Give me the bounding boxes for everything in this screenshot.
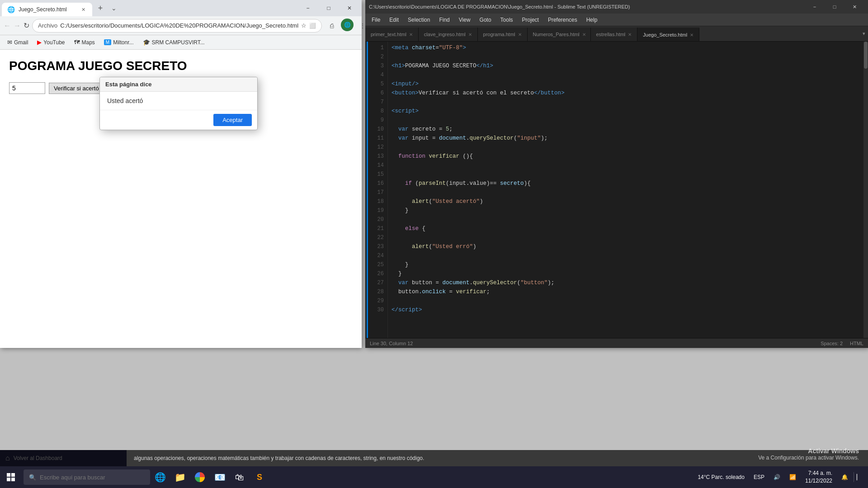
- verify-button[interactable]: Verificar si acertó: [49, 83, 104, 94]
- bookmark-gmail-label: Gmail: [14, 39, 28, 46]
- campus-text: algunas operaciones, operaciones matemát…: [134, 455, 424, 461]
- chrome-minimize-button[interactable]: −: [297, 1, 318, 15]
- chrome-tab-close-button[interactable]: ✕: [80, 6, 87, 13]
- code-line-3: <h1>POGRAMA JUEGO SECRETO</h1>: [392, 61, 860, 70]
- code-line-16: if (parseInt(input.value)== secreto){: [392, 179, 860, 188]
- bookmark-star-icon[interactable]: ☆: [301, 22, 307, 29]
- code-line-25: }: [392, 260, 860, 269]
- tab-label-primer-text: primer_text.html: [371, 32, 406, 37]
- sublime-minimize-button[interactable]: −: [805, 0, 825, 14]
- sublime-tab-juego[interactable]: Juego_Secreto.html ✕: [637, 28, 699, 41]
- tab-close-clave[interactable]: ✕: [468, 32, 472, 37]
- menu-find[interactable]: Find: [434, 15, 454, 25]
- tab-close-estrellas[interactable]: ✕: [628, 32, 632, 37]
- chrome-close-button[interactable]: ✕: [339, 1, 360, 15]
- menu-file[interactable]: File: [367, 15, 385, 25]
- sublime-titlebar: C:\Users\escritorio\Documents\LOGICA DE …: [365, 0, 868, 14]
- sublime-tab-estrellas[interactable]: estrellas.html ✕: [591, 28, 638, 41]
- sublime-tab-clave[interactable]: clave_ingreso.html ✕: [419, 28, 478, 41]
- secret-input[interactable]: [9, 82, 45, 94]
- bookmark-gmail[interactable]: ✉ Gmail: [4, 37, 32, 47]
- tab-close-programa[interactable]: ✕: [518, 32, 522, 37]
- sublime-tab-programa[interactable]: programa.html ✕: [478, 28, 528, 41]
- network-icon[interactable]: 📶: [786, 472, 800, 482]
- sublime-window-controls: − □ ✕: [805, 0, 864, 14]
- taskbar-pin-edge[interactable]: 🌐: [150, 467, 170, 487]
- show-desktop-button[interactable]: ▏: [854, 472, 864, 482]
- statusbar-position: Line 30, Column 12: [370, 341, 413, 346]
- sublime-close-button[interactable]: ✕: [844, 0, 864, 14]
- tab-scroll-arrow[interactable]: ▾: [860, 31, 868, 37]
- code-line-5: <input/>: [392, 80, 860, 89]
- line-number-2: 2: [368, 52, 387, 61]
- forward-button[interactable]: →: [14, 19, 21, 33]
- menu-goto[interactable]: Goto: [475, 15, 496, 25]
- menu-project[interactable]: Project: [518, 15, 543, 25]
- menu-edit[interactable]: Edit: [385, 15, 403, 25]
- code-editor[interactable]: <meta charset="UTF-8"> <h1>POGRAMA JUEGO…: [388, 42, 863, 338]
- bookmark-campus[interactable]: 🎓 SRM CAMPUSVIRT...: [139, 37, 208, 47]
- sublime-tabs: primer_text.html ✕ clave_ingreso.html ✕ …: [365, 26, 868, 42]
- line-number-29: 29: [368, 296, 387, 305]
- pip-icon[interactable]: ⬜: [309, 23, 316, 29]
- taskbar-pin-store[interactable]: 🛍: [230, 467, 250, 487]
- sublime-editor[interactable]: 1234567891011121314151617181920212223242…: [365, 42, 868, 338]
- code-line-4: [392, 70, 860, 80]
- outlook-icon: 📧: [214, 472, 226, 483]
- tab-close-juego[interactable]: ✕: [690, 33, 693, 38]
- user-avatar[interactable]: 🌐: [341, 19, 354, 31]
- taskbar-pin-sublime[interactable]: S: [250, 467, 269, 487]
- collapse-icon[interactable]: ⌄: [108, 2, 120, 14]
- refresh-button[interactable]: ↻: [24, 19, 29, 33]
- code-line-7: [392, 98, 860, 107]
- volume-icon[interactable]: 🔊: [770, 472, 784, 482]
- back-button[interactable]: ←: [4, 19, 11, 33]
- lang-indicator[interactable]: ESP: [750, 472, 768, 482]
- code-line-1: <meta charset="UTF-8">: [392, 43, 860, 52]
- line-number-5: 5: [368, 80, 387, 89]
- alert-accept-button[interactable]: Aceptar: [213, 114, 252, 126]
- menu-view[interactable]: View: [454, 15, 475, 25]
- code-line-12: [392, 143, 860, 152]
- taskbar-pin-folder[interactable]: 📁: [170, 467, 190, 487]
- menu-preferences[interactable]: Preferences: [543, 15, 582, 25]
- taskbar-search[interactable]: 🔍: [24, 469, 150, 485]
- bookmark-campus-label: SRM CAMPUSVIRT...: [152, 39, 205, 46]
- share-icon[interactable]: ⎙: [325, 19, 339, 33]
- menu-tools[interactable]: Tools: [496, 15, 518, 25]
- sublime-maximize-button[interactable]: □: [825, 0, 844, 14]
- address-bar[interactable]: Archivo C:/Users/escritorio/Documents/LO…: [32, 19, 322, 33]
- scrollbar-thumb[interactable]: [864, 42, 868, 69]
- chrome-tab-active[interactable]: 🌐 Juego_Secreto.html ✕: [2, 3, 92, 16]
- bookmark-miltonr[interactable]: M Miltonr...: [100, 38, 137, 47]
- tab-close-pares[interactable]: ✕: [582, 32, 586, 37]
- menu-selection[interactable]: Selection: [403, 15, 434, 25]
- tab-close-primer-text[interactable]: ✕: [409, 32, 413, 37]
- code-line-20: [392, 215, 860, 224]
- clock-display[interactable]: 7:44 a. m. 11/12/2022: [802, 468, 836, 487]
- folder-icon: 📁: [175, 472, 186, 483]
- code-line-30: </script>: [392, 305, 860, 314]
- menu-help[interactable]: Help: [582, 15, 602, 25]
- sublime-tab-pares[interactable]: Numeros_Pares.html ✕: [528, 28, 591, 41]
- new-tab-button[interactable]: +: [94, 2, 107, 14]
- code-line-22: [392, 233, 860, 242]
- sublime-tab-primer-text[interactable]: primer_text.html ✕: [365, 28, 419, 41]
- line-number-23: 23: [368, 242, 387, 251]
- bookmark-youtube[interactable]: ▶ YouTube: [33, 37, 68, 47]
- notifications-icon[interactable]: 🔔: [838, 472, 852, 482]
- line-number-20: 20: [368, 215, 387, 224]
- code-line-10: var secreto = 5;: [392, 125, 860, 134]
- taskbar-pin-chrome[interactable]: [190, 467, 210, 487]
- taskbar-pin-outlook[interactable]: 📧: [210, 467, 230, 487]
- chrome-maximize-button[interactable]: □: [318, 1, 339, 15]
- code-line-19: }: [392, 206, 860, 215]
- bookmark-maps[interactable]: 🗺 Maps: [71, 37, 99, 47]
- start-button[interactable]: [0, 466, 22, 488]
- search-input[interactable]: [40, 474, 145, 481]
- tab-label-clave: clave_ingreso.html: [424, 32, 466, 37]
- editor-scrollbar[interactable]: [863, 42, 868, 338]
- miltonr-favicon: M: [104, 39, 111, 45]
- sublime-statusbar: Line 30, Column 12 Spaces: 2 HTML: [365, 338, 868, 348]
- weather-display[interactable]: 14°C Parc. soleado: [694, 472, 748, 482]
